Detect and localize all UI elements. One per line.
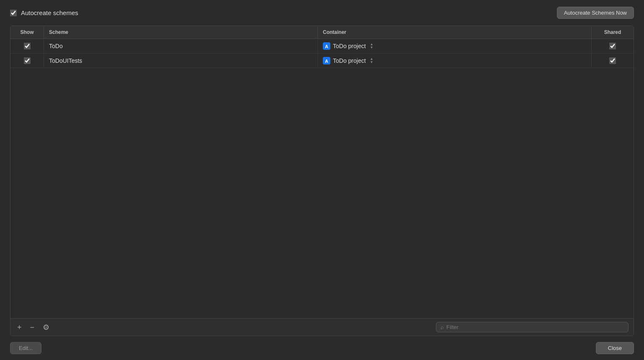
- autocreate-checkbox[interactable]: [10, 10, 17, 16]
- row1-show-cell: [10, 39, 44, 53]
- svg-text:A: A: [325, 44, 328, 49]
- table-header: Show Scheme Container Shared: [10, 26, 634, 39]
- row2-container-name-wrap: A ToDo project ▲▼: [323, 57, 374, 64]
- row1-scheme-cell: ToDo: [44, 39, 318, 53]
- row2-container-stepper[interactable]: ▲▼: [370, 57, 374, 64]
- row1-scheme-name: ToDo: [49, 43, 63, 49]
- col-header-show: Show: [10, 26, 44, 39]
- bottom-left-actions: + − ⚙: [15, 323, 51, 332]
- row2-scheme-name: ToDoUITests: [49, 57, 82, 64]
- row1-container-cell: A ToDo project ▲▼: [318, 39, 592, 53]
- row2-scheme-cell: ToDoUITests: [44, 54, 318, 67]
- row2-show-cell: [10, 54, 44, 67]
- autocreate-label: Autocreate schemes: [21, 9, 78, 16]
- row1-container-text: ToDo project: [333, 43, 366, 49]
- row2-container-cell: A ToDo project ▲▼: [318, 54, 592, 68]
- col-header-shared: Shared: [592, 26, 634, 39]
- row1-shared-checkbox[interactable]: [609, 43, 616, 49]
- row1-container-name-wrap: A ToDo project ▲▼: [323, 42, 374, 50]
- app-store-icon: A: [323, 42, 330, 50]
- row2-container-text: ToDo project: [333, 57, 366, 64]
- table-row: ToDo A ToDo project ▲▼: [10, 39, 634, 54]
- footer-bar: Edit... Close: [0, 336, 644, 360]
- edit-button[interactable]: Edit...: [10, 342, 41, 354]
- row1-container-stepper[interactable]: ▲▼: [370, 43, 374, 49]
- table-bottom-bar: + − ⚙ ⌕: [10, 318, 634, 336]
- filter-wrap: ⌕: [436, 322, 629, 332]
- table-body: ToDo A ToDo project ▲▼: [10, 39, 634, 318]
- autocreate-left: Autocreate schemes: [10, 9, 78, 16]
- col-header-scheme: Scheme: [44, 26, 318, 39]
- table-row: ToDoUITests A ToDo project ▲▼: [10, 54, 634, 68]
- svg-text:A: A: [325, 59, 328, 64]
- close-button[interactable]: Close: [596, 342, 634, 354]
- top-bar: Autocreate schemes Autocreate Schemes No…: [0, 0, 644, 26]
- row2-show-checkbox[interactable]: [24, 57, 31, 64]
- filter-input[interactable]: [446, 324, 624, 330]
- add-scheme-button[interactable]: +: [15, 323, 23, 332]
- search-icon: ⌕: [440, 324, 444, 330]
- col-header-container: Container: [318, 26, 592, 39]
- row1-show-checkbox[interactable]: [24, 43, 31, 49]
- autocreate-schemes-now-button[interactable]: Autocreate Schemes Now: [557, 7, 634, 19]
- app-store-icon: A: [323, 57, 330, 64]
- row2-shared-checkbox[interactable]: [609, 57, 616, 64]
- row2-shared-cell: [592, 54, 634, 67]
- settings-button[interactable]: ⚙: [41, 323, 51, 332]
- main-table-area: Show Scheme Container Shared ToDo A To: [10, 26, 634, 336]
- remove-scheme-button[interactable]: −: [28, 323, 36, 332]
- row1-shared-cell: [592, 39, 634, 53]
